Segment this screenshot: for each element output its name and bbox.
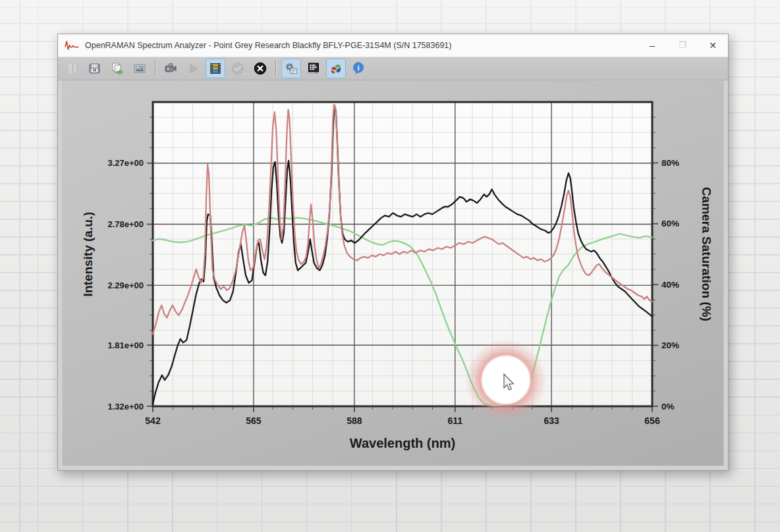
y-axis-left-title: Intensity (a.u.) — [81, 212, 95, 297]
toolbar-button-live-stream[interactable] — [206, 59, 225, 78]
svg-text:H: H — [93, 68, 96, 72]
x-tick-label: 542 — [145, 415, 161, 426]
settings-icon — [283, 61, 299, 76]
toolbar-button-settings[interactable] — [281, 59, 301, 78]
svg-text:i: i — [357, 64, 359, 72]
window-controls: – ❐ ✕ — [637, 34, 728, 57]
toolbar-button-surface-plot[interactable] — [326, 59, 346, 78]
accept-icon — [230, 61, 246, 76]
histogram-icon — [306, 61, 321, 76]
cancel-icon — [252, 61, 268, 76]
app-logo-icon — [64, 40, 81, 51]
toolbar-button-export-image[interactable] — [130, 59, 150, 78]
toolbar-button-copy[interactable] — [107, 59, 127, 78]
y-left-tick-label: 3.27e+00 — [107, 158, 144, 168]
minimize-button[interactable]: – — [637, 34, 667, 57]
app-window: OpenRAMAN Spectrum Analyzer - Point Grey… — [57, 34, 729, 471]
y-right-tick-label: 0% — [661, 402, 675, 412]
toolbar-button-cancel[interactable] — [250, 59, 270, 78]
y-right-tick-label: 80% — [661, 158, 679, 168]
close-button[interactable]: ✕ — [698, 34, 728, 57]
window-title: OpenRAMAN Spectrum Analyzer - Point Grey… — [85, 41, 637, 50]
y-left-tick-label: 2.78e+00 — [107, 219, 144, 229]
y-right-tick-label: 40% — [661, 280, 679, 290]
export-image-icon — [132, 61, 148, 76]
y-right-tick-label: 60% — [661, 219, 679, 228]
desktop-spreadsheet-background: { "window": { "title": "OpenRAMAN Spectr… — [0, 0, 780, 532]
y-left-tick-label: 1.81e+00 — [107, 340, 144, 350]
x-tick-label: 656 — [644, 415, 660, 426]
title-bar[interactable]: OpenRAMAN Spectrum Analyzer - Point Grey… — [58, 34, 728, 57]
x-tick-label: 633 — [543, 415, 559, 426]
y-left-tick-label: 2.29e+00 — [107, 280, 144, 290]
toolbar-button-camera[interactable] — [161, 59, 181, 78]
spectrum-chart: 5425655886116336563.27e+002.78e+002.29e+… — [62, 80, 724, 465]
toolbar-button-notebook[interactable] — [63, 59, 82, 78]
maximize-button[interactable]: ❐ — [667, 34, 698, 57]
toolbar-button-play[interactable] — [183, 59, 203, 78]
x-axis-title: Wavelength (nm) — [350, 436, 455, 450]
y-left-tick-label: 1.32e+00 — [107, 402, 144, 412]
toolbar-button-accept[interactable] — [228, 59, 248, 78]
save-icon: H — [87, 61, 103, 76]
y-right-tick-label: 20% — [661, 340, 679, 350]
x-tick-label: 588 — [347, 415, 362, 426]
info-icon: i — [350, 61, 366, 76]
toolbar: Hi — [58, 57, 728, 80]
x-tick-label: 565 — [246, 415, 262, 426]
camcorder-icon — [163, 61, 179, 76]
surface-plot-icon — [328, 61, 344, 76]
copy-icon — [109, 61, 125, 76]
x-tick-label: 611 — [447, 415, 462, 426]
play-icon — [185, 61, 201, 76]
notebook-icon — [65, 61, 80, 76]
film-icon — [208, 61, 223, 76]
toolbar-button-save-acquisition[interactable]: H — [85, 59, 105, 78]
chart-region: 5425655886116336563.27e+002.78e+002.29e+… — [62, 80, 724, 466]
y-axis-right-title: Camera Saturation (%) — [700, 187, 713, 321]
toolbar-separator — [275, 60, 276, 77]
toolbar-separator — [155, 60, 155, 77]
toolbar-button-histogram[interactable] — [304, 59, 323, 78]
toolbar-button-about[interactable]: i — [348, 59, 368, 78]
